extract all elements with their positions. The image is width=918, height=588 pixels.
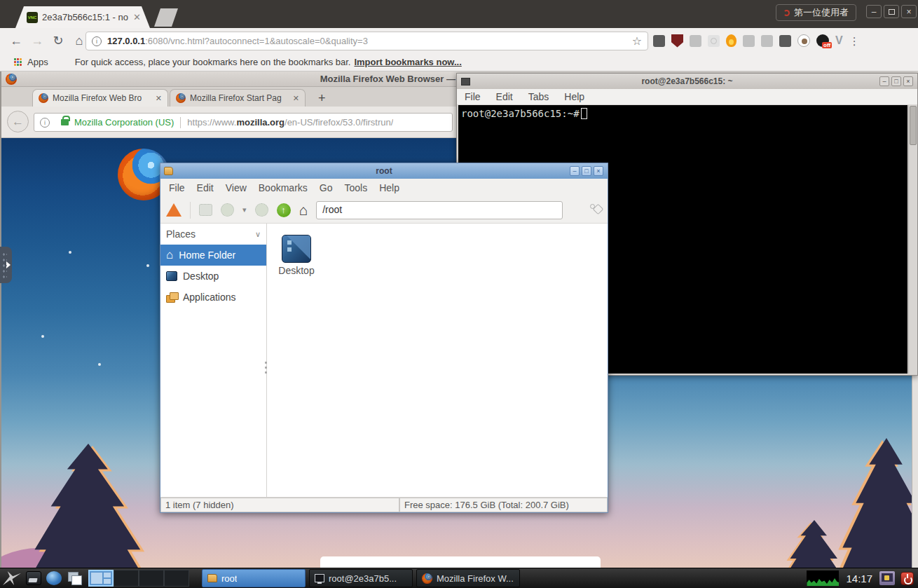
signup-card: By proceeding, you agree to the Terms of… xyxy=(320,556,601,568)
window-maximize-button[interactable] xyxy=(884,5,899,18)
profile-badge[interactable]: 第一位使用者 xyxy=(776,4,856,21)
terminal-scroll-thumb[interactable] xyxy=(910,106,917,145)
new-tab-icon[interactable] xyxy=(199,204,212,216)
extension-puzzle-icon[interactable] xyxy=(779,35,791,47)
page-info-icon[interactable]: i xyxy=(92,36,102,46)
firefox-url-bar[interactable]: i Mozilla Corporation (US) https://www.m… xyxy=(34,113,453,132)
extension-puzzle-icon[interactable] xyxy=(653,35,665,47)
vimium-extension-icon[interactable]: V xyxy=(835,34,843,47)
sidebar-item-desktop[interactable]: Desktop xyxy=(160,266,266,287)
firefox-url-text: https://www.mozilla.org/en-US/firefox/53… xyxy=(187,117,393,128)
sidebar-item-applications[interactable]: Applications xyxy=(160,287,266,308)
file-manager-titlebar[interactable]: root – □ × xyxy=(160,163,608,179)
extension-puzzle-icon[interactable] xyxy=(690,35,701,47)
file-manager-toolbar: ▾ ↑ ⌂ /root xyxy=(160,197,608,224)
identity-label[interactable]: Mozilla Corporation (US) xyxy=(74,117,174,128)
file-manager-title: root xyxy=(160,166,608,176)
task-button-terminal[interactable]: root@2e3a7b5... xyxy=(309,569,413,587)
forward-icon[interactable] xyxy=(255,203,268,217)
terminal-icon xyxy=(315,574,324,582)
tab-close-icon[interactable]: ✕ xyxy=(133,12,141,22)
reload-icon[interactable]: ↻ xyxy=(48,33,69,48)
firefox-window-title: Mozilla Firefox Web Browser — xyxy=(320,74,455,84)
maximize-icon xyxy=(889,9,895,15)
pager-desktop-1[interactable] xyxy=(88,570,114,587)
browser-menu-icon[interactable]: ⋮ xyxy=(849,39,856,43)
firefox-new-tab-button[interactable]: + xyxy=(318,91,326,106)
task-button-firefox[interactable]: Mozilla Firefox W... xyxy=(416,569,520,587)
file-manager-statusbar: 1 item (7 hidden) Free space: 176.5 GiB … xyxy=(160,497,608,512)
file-manager-menubar: File Edit View Bookmarks Go Tools Help xyxy=(160,179,608,197)
cpu-monitor[interactable] xyxy=(807,570,839,586)
fm-menu-edit[interactable]: Edit xyxy=(197,182,214,193)
tab-close-icon[interactable]: ✕ xyxy=(293,94,299,103)
browser-tab[interactable]: VNC 2e3a7b566c15:1 - no ✕ xyxy=(15,6,150,28)
back-icon[interactable]: ← xyxy=(6,34,27,48)
terminal-menu-file[interactable]: File xyxy=(465,91,481,102)
toolbar-extra-icon[interactable] xyxy=(589,204,602,217)
fm-menu-file[interactable]: File xyxy=(169,182,185,193)
power-button-icon[interactable] xyxy=(900,572,914,585)
up-directory-icon[interactable]: ↑ xyxy=(277,203,291,217)
fm-menu-view[interactable]: View xyxy=(226,182,247,193)
extension-puzzle-icon[interactable] xyxy=(743,35,755,47)
terminal-menu-help[interactable]: Help xyxy=(564,91,584,102)
bookmark-star-icon[interactable]: ☆ xyxy=(632,34,642,48)
sidebar-item-label: Applications xyxy=(183,292,236,303)
fm-menu-go[interactable]: Go xyxy=(320,182,333,193)
terminal-maximize-button[interactable]: □ xyxy=(891,76,901,86)
minimize-all-icon[interactable] xyxy=(67,571,82,585)
page-info-icon[interactable]: i xyxy=(40,118,50,128)
ublock-shield-icon[interactable] xyxy=(671,34,683,48)
window-close-button[interactable]: × xyxy=(901,5,917,18)
firefox-back-button[interactable]: ← xyxy=(7,111,29,132)
home-icon[interactable]: ⌂ xyxy=(299,203,308,217)
forward-icon[interactable]: → xyxy=(27,34,48,48)
atom-extension-icon[interactable] xyxy=(708,35,720,47)
proxy-extension-icon[interactable]: off xyxy=(816,34,829,47)
folder-icon xyxy=(207,574,217,582)
star-dot xyxy=(41,335,44,338)
pager-desktop-2[interactable] xyxy=(114,570,139,587)
import-bookmarks-link[interactable]: Import bookmarks now... xyxy=(354,57,461,67)
chevron-down-icon[interactable]: ▾ xyxy=(242,205,247,214)
task-button-root[interactable]: root xyxy=(202,569,306,587)
fm-menu-help[interactable]: Help xyxy=(379,182,399,193)
address-bar[interactable]: i 127.0.0.1:6080/vnc.html?autoconnect=1&… xyxy=(85,32,648,50)
novnc-control-handle[interactable] xyxy=(0,247,12,283)
apps-label[interactable]: Apps xyxy=(27,57,48,67)
new-tab-button[interactable] xyxy=(154,8,178,27)
places-dropdown[interactable]: Places ∨ xyxy=(160,224,266,245)
flame-extension-icon[interactable] xyxy=(726,34,737,47)
firefox-tab-active[interactable]: Mozilla Firefox Web Bro ✕ xyxy=(32,89,168,107)
url-host: 127.0.0.1 xyxy=(107,36,145,46)
address-input[interactable]: /root xyxy=(316,201,563,219)
pager-desktop-4[interactable] xyxy=(164,570,189,587)
terminal-titlebar[interactable]: root@2e3a7b566c15: ~ – □ × xyxy=(457,74,917,89)
terminal-close-button[interactable]: × xyxy=(903,76,913,86)
start-menu-icon[interactable] xyxy=(3,571,21,585)
terminal-menu-edit[interactable]: Edit xyxy=(496,91,513,102)
file-item-desktop[interactable]: Desktop xyxy=(274,235,319,276)
clock[interactable]: 14:17 xyxy=(846,573,872,584)
terminal-scrollbar[interactable] xyxy=(908,105,917,374)
fm-menu-tools[interactable]: Tools xyxy=(345,182,368,193)
fm-menu-bookmarks[interactable]: Bookmarks xyxy=(259,182,308,193)
apps-grid-icon[interactable] xyxy=(14,58,22,66)
warning-icon[interactable] xyxy=(166,203,181,217)
lock-screen-icon[interactable] xyxy=(879,571,895,585)
extension-puzzle-icon[interactable] xyxy=(761,35,773,47)
terminal-minimize-button[interactable]: – xyxy=(879,76,889,86)
firefox-tab-inactive[interactable]: Mozilla Firefox Start Pag ✕ xyxy=(170,89,306,107)
back-icon[interactable] xyxy=(221,203,234,217)
terminal-menu-tabs[interactable]: Tabs xyxy=(528,91,549,102)
applications-icon xyxy=(166,292,177,302)
chat-extension-icon[interactable] xyxy=(797,34,810,47)
sidebar-item-home-folder[interactable]: ⌂ Home Folder xyxy=(160,245,266,266)
url-prefix: https://www. xyxy=(187,117,236,128)
pager-desktop-3[interactable] xyxy=(139,570,164,587)
browser-launcher-icon[interactable] xyxy=(46,571,62,585)
tab-close-icon[interactable]: ✕ xyxy=(156,94,162,103)
window-minimize-button[interactable]: – xyxy=(866,5,882,18)
file-manager-launcher-icon[interactable] xyxy=(26,571,41,585)
